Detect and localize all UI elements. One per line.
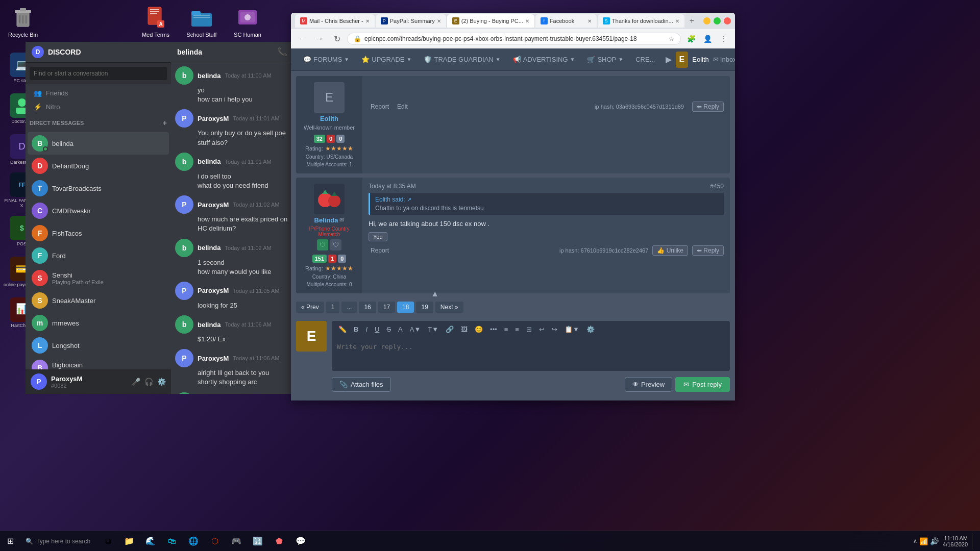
buying-tab-close[interactable]: ✕ (525, 18, 529, 24)
toolbar-bold-btn[interactable]: B (351, 324, 361, 335)
attach-files-button[interactable]: 📎 Attach files (332, 377, 391, 392)
taskbar-office[interactable]: ⬡ (205, 531, 225, 552)
nav-shop[interactable]: 🛒 SHOP ▼ (581, 48, 629, 71)
page-1-btn[interactable]: 1 (326, 302, 340, 313)
prev-page-btn[interactable]: « Prev (296, 302, 324, 313)
toolbar-font-size-btn[interactable]: A▼ (407, 324, 424, 335)
taskbar-task-view[interactable]: ⧉ (97, 531, 118, 552)
browser-tab-facebook[interactable]: f Facebook ✕ (535, 14, 597, 28)
dm-item-bigboicain[interactable]: B Bigboicain Making it Clap for a big m.… (28, 357, 169, 369)
show-desktop-btn[interactable] (972, 533, 974, 549)
toolbar-link-btn[interactable]: 🔗 (443, 324, 456, 335)
taskbar-file-explorer[interactable]: 📁 (119, 531, 139, 552)
eolith-reply-btn[interactable]: ⬅ Reply (692, 102, 724, 112)
url-bar[interactable]: 🔒 epicnpc.com/threads/buying-poe-pc-ps4-… (347, 33, 681, 45)
close-button[interactable]: ✕ (724, 17, 731, 24)
headset-icon[interactable]: 🎧 (144, 378, 153, 386)
toolbar-table-btn[interactable]: ⊞ (524, 324, 534, 335)
desktop-icon-recycle-bin[interactable]: Recycle Bin (3, 3, 43, 40)
desktop-icon-school-stuff[interactable]: School Stuff (181, 3, 222, 40)
toolbar-redo-btn[interactable]: ↪ (549, 324, 560, 335)
toolbar-underline-btn[interactable]: U (372, 324, 382, 335)
toolbar-align-center-btn[interactable]: ≡ (512, 324, 522, 335)
toolbar-draft-btn[interactable]: 📋▼ (562, 324, 582, 335)
nav-advertising[interactable]: 📢 ADVERTISING ▼ (507, 48, 581, 71)
belinda-unlike-btn[interactable]: 👍 Unlike (652, 245, 688, 256)
page-16-btn[interactable]: 16 (359, 302, 376, 313)
belinda-reply-btn[interactable]: ⬅ Reply (692, 245, 724, 256)
dm-item-cmdr[interactable]: C CMDRweskir (28, 199, 169, 222)
toolbar-strikethrough-btn[interactable]: S (384, 324, 394, 335)
desktop-icon-med-terms[interactable]: A Med Terms (135, 3, 176, 40)
forum-inbox-link[interactable]: ✉ Inbox 2 (713, 56, 735, 64)
next-page-btn[interactable]: Next » (435, 302, 463, 313)
settings-icon[interactable]: ⚙️ (157, 378, 166, 386)
desktop-icon-sc-human[interactable]: SC Human (227, 3, 268, 40)
quote-source-icon[interactable]: ↗ (407, 196, 411, 203)
scroll-up-btn[interactable]: ▲ (431, 289, 439, 298)
taskbar-steam[interactable]: 🎮 (226, 531, 247, 552)
maximize-button[interactable]: □ (714, 17, 721, 24)
start-button[interactable]: ⊞ (0, 531, 20, 552)
nav-trade[interactable]: 🛡️ TRADE GUARDIAN ▼ (418, 48, 506, 71)
eolith-edit-btn[interactable]: Edit (395, 102, 410, 111)
dm-item-longshot[interactable]: L Longshot (28, 334, 169, 357)
back-button[interactable]: ← (295, 32, 309, 46)
volume-icon[interactable]: 🔊 (930, 537, 939, 545)
taskbar-calculator[interactable]: 🔢 (248, 531, 268, 552)
nav-nitro[interactable]: ⚡ Nitro (30, 100, 167, 114)
taskbar-skype[interactable]: 💬 (290, 531, 311, 552)
browser-tab-thanks[interactable]: S Thanks for downloadin... ✕ (598, 14, 684, 28)
toolbar-italic-btn[interactable]: I (363, 324, 370, 335)
new-tab-button[interactable]: + (685, 14, 698, 28)
toolbar-image-btn[interactable]: 🖼 (458, 324, 470, 335)
toolbar-font-color-btn[interactable]: A (396, 324, 405, 335)
taskbar-store[interactable]: 🛍 (162, 531, 182, 552)
taskbar-search-area[interactable]: 🔍 Type here to search (20, 538, 95, 545)
post-reply-button[interactable]: ✉ Post reply (675, 377, 730, 392)
taskbar-edge[interactable]: 🌊 (140, 531, 161, 552)
dm-item-belinda[interactable]: B belinda (28, 132, 169, 155)
discord-search-input[interactable] (30, 67, 167, 80)
mail-tab-close[interactable]: ✕ (365, 18, 370, 24)
network-icon[interactable]: 📶 (919, 537, 928, 545)
dm-item-mrnewes[interactable]: m mrnewes (28, 312, 169, 334)
call-icon[interactable]: 📞 (277, 47, 287, 57)
toolbar-pencil-btn[interactable]: ✏️ (336, 324, 349, 335)
page-18-btn[interactable]: 18 (397, 302, 414, 313)
reply-textarea[interactable] (332, 338, 730, 371)
nav-cre[interactable]: CRE... (629, 48, 661, 71)
toolbar-font-family-btn[interactable]: T▼ (425, 324, 441, 335)
nav-friends[interactable]: 👥 Friends (30, 86, 167, 100)
menu-button[interactable]: ⋮ (717, 32, 731, 46)
facebook-tab-close[interactable]: ✕ (587, 18, 592, 24)
dm-item-fishtacos[interactable]: F FishTacos (28, 222, 169, 244)
nav-more-icon[interactable]: ▶ (662, 55, 676, 64)
eolith-report-btn[interactable]: Report (369, 102, 391, 111)
microphone-icon[interactable]: 🎤 (132, 378, 140, 386)
taskbar-chrome[interactable]: 🌐 (183, 531, 204, 552)
bookmark-icon[interactable]: ☆ (669, 35, 674, 42)
toolbar-emoji-btn[interactable]: 😊 (472, 324, 485, 335)
thanks-tab-close[interactable]: ✕ (675, 18, 679, 24)
nav-upgrade[interactable]: ⭐ UPGRADE ▼ (355, 48, 418, 71)
taskbar-unknown[interactable]: ⬟ (269, 531, 289, 552)
minimize-button[interactable]: — (703, 17, 710, 24)
paypal-tab-close[interactable]: ✕ (437, 18, 441, 24)
belinda-report-btn[interactable]: Report (369, 246, 391, 255)
toolbar-settings-btn[interactable]: ⚙️ (584, 324, 597, 335)
add-dm-icon[interactable]: + (163, 119, 167, 127)
browser-tab-paypal[interactable]: P PayPal: Summary ✕ (376, 14, 446, 28)
tray-up-arrow[interactable]: ∧ (913, 538, 917, 544)
profile-button[interactable]: 👤 (700, 32, 715, 46)
page-17-btn[interactable]: 17 (378, 302, 395, 313)
browser-tab-buying[interactable]: E (2) Buying - Buying PC... ✕ (447, 14, 534, 28)
page-19-btn[interactable]: 19 (416, 302, 433, 313)
toolbar-more-btn[interactable]: ••• (487, 324, 500, 335)
clock-area[interactable]: 11:10 AM 4/16/2020 (943, 535, 968, 547)
browser-tab-mail[interactable]: M Mail - Chris Bescher - ✕ (295, 14, 375, 28)
refresh-button[interactable]: ↻ (330, 32, 344, 46)
nav-forums[interactable]: 💬 FORUMS ▼ (297, 48, 355, 71)
forward-button[interactable]: → (312, 32, 327, 46)
extensions-button[interactable]: 🧩 (684, 32, 698, 46)
